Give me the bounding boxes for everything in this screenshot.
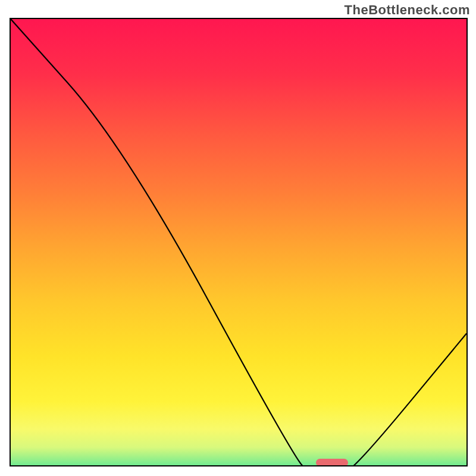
curve-path <box>11 19 466 466</box>
chart-frame: TheBottleneck.com <box>0 0 476 476</box>
bottleneck-curve <box>11 19 466 466</box>
optimal-marker <box>316 459 348 466</box>
watermark-text: TheBottleneck.com <box>345 2 470 18</box>
plot-area <box>10 18 468 466</box>
